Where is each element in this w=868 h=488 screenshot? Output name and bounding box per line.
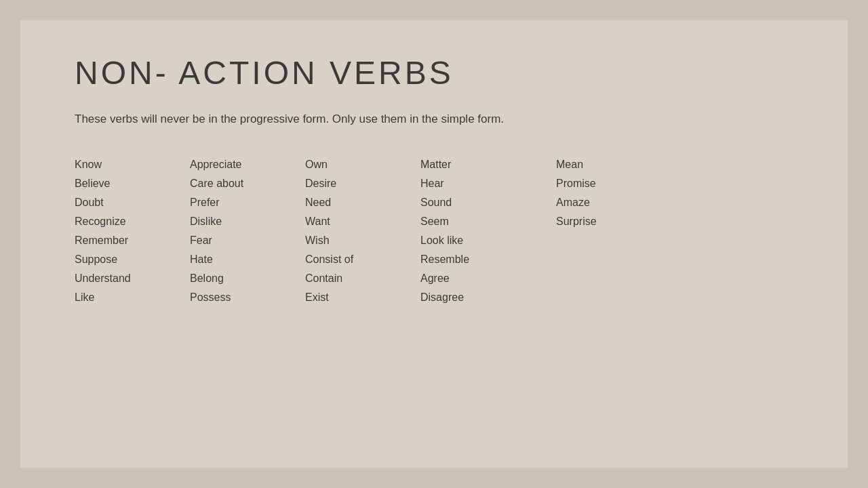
list-item [556, 251, 665, 258]
list-item: Sound [420, 193, 556, 212]
list-item: Dislike [190, 212, 305, 231]
list-item: Remember [75, 231, 190, 250]
list-item: Desire [305, 174, 420, 193]
list-item: Own [305, 155, 420, 174]
list-item: Fear [190, 231, 305, 250]
list-item: Matter [420, 155, 556, 174]
list-item: Promise [556, 174, 665, 193]
list-item: Disagree [420, 288, 556, 307]
page-title: NON- ACTION VERBS [75, 54, 793, 92]
list-item: Prefer [190, 193, 305, 212]
list-item: Possess [190, 288, 305, 307]
list-item: Like [75, 288, 190, 307]
list-item: Care about [190, 174, 305, 193]
list-item: Wish [305, 231, 420, 250]
verb-column-3: OwnDesireNeedWantWishConsist ofContainEx… [305, 155, 420, 307]
subtitle-text: These verbs will never be in the progres… [75, 110, 793, 128]
list-item: Hear [420, 174, 556, 193]
verb-column-4: MatterHearSoundSeemLook likeResembleAgre… [420, 155, 556, 307]
list-item: Want [305, 212, 420, 231]
slide: NON- ACTION VERBS These verbs will never… [20, 20, 848, 468]
list-item: Contain [305, 269, 420, 288]
list-item: Understand [75, 269, 190, 288]
list-item [556, 238, 665, 245]
list-item: Hate [190, 250, 305, 269]
list-item: Belong [190, 269, 305, 288]
list-item: Surprise [556, 212, 665, 231]
list-item: Believe [75, 174, 190, 193]
verb-grid: KnowBelieveDoubtRecognizeRememberSuppose… [75, 155, 793, 307]
list-item: Recognize [75, 212, 190, 231]
verb-column-1: KnowBelieveDoubtRecognizeRememberSuppose… [75, 155, 190, 307]
list-item: Consist of [305, 250, 420, 269]
list-item: Seem [420, 212, 556, 231]
list-item [556, 245, 665, 251]
list-item: Appreciate [190, 155, 305, 174]
list-item: Look like [420, 231, 556, 250]
list-item: Agree [420, 269, 556, 288]
list-item: Suppose [75, 250, 190, 269]
list-item [556, 231, 665, 238]
list-item: Need [305, 193, 420, 212]
verb-column-5: MeanPromiseAmazeSurprise [556, 155, 665, 307]
list-item: Exist [305, 288, 420, 307]
verb-column-2: AppreciateCare aboutPreferDislikeFearHat… [190, 155, 305, 307]
list-item: Resemble [420, 250, 556, 269]
list-item: Doubt [75, 193, 190, 212]
list-item: Know [75, 155, 190, 174]
list-item: Amaze [556, 193, 665, 212]
list-item: Mean [556, 155, 665, 174]
